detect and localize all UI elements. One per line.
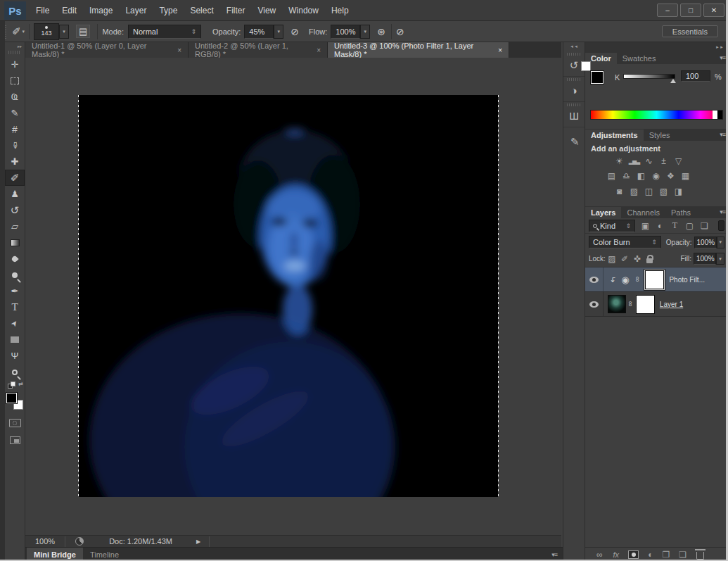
tools-grip[interactable] <box>8 51 21 54</box>
brush-panel-button[interactable]: Ш <box>563 102 585 127</box>
selective-color-icon[interactable]: ◨ <box>671 186 686 198</box>
k-slider-track[interactable] <box>623 74 675 79</box>
brush-tool[interactable]: ✐ <box>5 170 25 186</box>
menu-help[interactable]: Help <box>325 6 355 15</box>
invert-icon[interactable]: ◙ <box>612 186 627 198</box>
canvas[interactable] <box>79 95 498 497</box>
quick-selection-tool[interactable]: ✎ <box>5 105 25 121</box>
rectangular-marquee-tool[interactable] <box>5 73 25 89</box>
type-tool[interactable]: T <box>5 299 25 315</box>
tab-swatches[interactable]: Swatches <box>617 53 662 64</box>
move-tool[interactable]: ✛ <box>5 56 25 73</box>
black-white-icon[interactable]: ◧ <box>634 170 649 182</box>
layer-thumbnail[interactable] <box>608 295 626 313</box>
filter-pixel-layers-icon[interactable]: ▣ <box>638 220 653 232</box>
airbrush-toggle-icon[interactable]: ⊛ <box>377 26 385 37</box>
vibrance-icon[interactable]: ▽ <box>671 156 686 168</box>
new-adjustment-layer-icon[interactable]: ◐ <box>648 550 653 560</box>
k-slider-thumb[interactable] <box>670 79 676 83</box>
foreground-color-swatch[interactable] <box>591 71 604 84</box>
add-layer-mask-icon[interactable] <box>628 550 639 559</box>
delete-layer-icon[interactable] <box>696 552 704 560</box>
swap-colors-widget[interactable]: ⇄ <box>5 380 25 391</box>
lock-all-button[interactable] <box>644 255 656 263</box>
menu-view[interactable]: View <box>251 6 282 15</box>
layer-name[interactable]: Photo Filt... <box>669 276 705 284</box>
collapse-panels-icon[interactable]: ►► <box>715 45 724 49</box>
panel-menu-icon[interactable]: ▾≡ <box>720 131 725 138</box>
brightness-contrast-icon[interactable]: ☀ <box>612 156 627 168</box>
menu-filter[interactable]: Filter <box>220 6 252 15</box>
lock-paint-icon[interactable]: ✐ <box>618 253 631 265</box>
new-group-icon[interactable]: ❐ <box>662 550 670 560</box>
spectrum-white-swatch[interactable] <box>713 111 717 119</box>
toggle-brush-panel-icon[interactable]: ▤ <box>76 25 90 38</box>
crop-tool[interactable]: # <box>5 121 25 137</box>
current-tool-brush-icon[interactable]: ✐ <box>12 25 21 38</box>
brush-preset-picker[interactable]: 143 <box>34 23 59 40</box>
layer-mask-thumbnail[interactable] <box>636 295 655 314</box>
zoom-level[interactable]: 100% <box>35 537 55 546</box>
dodge-tool[interactable] <box>5 267 25 283</box>
blur-tool[interactable] <box>5 251 25 267</box>
color-spectrum-ramp[interactable] <box>590 110 723 120</box>
rectangle-tool[interactable] <box>5 332 25 348</box>
background-color-swatch[interactable] <box>581 61 591 71</box>
eraser-tool[interactable]: ▱ <box>5 218 25 234</box>
eyedropper-tool[interactable]: ✑ <box>5 137 25 153</box>
filter-toggle-switch[interactable] <box>718 220 724 231</box>
levels-icon[interactable]: ▂▅▃ <box>627 156 641 168</box>
layers-fill-input[interactable]: 100% <box>694 253 716 265</box>
panel-menu-icon[interactable]: ▾≡ <box>720 54 725 61</box>
menu-type[interactable]: Type <box>153 6 184 15</box>
filter-kind-select[interactable]: Kind⇕ <box>589 220 635 232</box>
filter-type-layers-icon[interactable]: T <box>668 220 682 232</box>
foreground-color-swatch[interactable] <box>6 393 17 403</box>
workspace-switcher-button[interactable]: Essentials <box>662 25 718 37</box>
spot-healing-brush-tool[interactable]: ✚ <box>5 153 25 170</box>
layer-name[interactable]: Layer 1 <box>660 301 683 308</box>
hue-saturation-icon[interactable]: ▤ <box>604 170 619 182</box>
new-layer-icon[interactable]: ❏ <box>679 550 687 560</box>
menu-window[interactable]: Window <box>282 6 325 15</box>
properties-panel-button[interactable]: ◑ <box>563 77 585 102</box>
curves-icon[interactable]: ∿ <box>641 156 656 168</box>
minimize-button[interactable]: – <box>657 4 678 17</box>
lasso-tool[interactable]: Ҩ <box>5 89 25 105</box>
menu-select[interactable]: Select <box>184 6 219 15</box>
history-brush-tool[interactable]: ↺ <box>5 202 25 218</box>
menu-image[interactable]: Image <box>83 6 119 15</box>
clone-stamp-tool[interactable]: ♟ <box>5 186 25 202</box>
mask-link-icon[interactable]: ∞ <box>627 301 635 307</box>
tab-styles[interactable]: Styles <box>644 130 676 141</box>
menu-edit[interactable]: Edit <box>56 6 83 15</box>
panel-menu-icon[interactable]: ▾≡ <box>551 551 557 558</box>
threshold-icon[interactable]: ◫ <box>641 186 656 198</box>
posterize-icon[interactable]: ▨ <box>627 186 641 198</box>
path-selection-tool[interactable]: ➤ <box>5 315 25 332</box>
collapse-tools-icon[interactable]: ▸▸ <box>5 42 25 51</box>
close-tab-icon[interactable]: × <box>177 46 181 54</box>
document-tab-2[interactable]: Untitled-2 @ 50% (Layer 1, RGB/8) * × <box>189 42 328 58</box>
color-lookup-icon[interactable]: ▦ <box>678 170 693 182</box>
k-value-input[interactable]: 100 <box>681 70 710 82</box>
brush-presets-panel-button[interactable]: ✐ <box>563 127 585 153</box>
photo-filter-icon[interactable]: ◉ <box>649 170 663 182</box>
exposure-icon[interactable]: ± <box>656 156 671 168</box>
opacity-input[interactable]: 45% <box>244 25 274 39</box>
lock-transparency-icon[interactable]: ▨ <box>606 253 618 265</box>
mask-link-icon[interactable]: ∞ <box>633 277 641 282</box>
pressure-size-toggle-icon[interactable]: ⊘ <box>396 26 404 37</box>
expand-panels-icon[interactable]: ◄◄ <box>563 42 585 51</box>
tab-adjustments[interactable]: Adjustments <box>585 130 644 141</box>
link-layers-icon[interactable]: ∞ <box>596 550 603 560</box>
document-tab-1[interactable]: Untitled-1 @ 50% (Layer 0, Layer Mask/8)… <box>25 42 189 58</box>
pressure-opacity-toggle-icon[interactable]: ⊘ <box>290 26 299 37</box>
filter-shape-layers-icon[interactable]: ▢ <box>682 220 697 232</box>
layers-opacity-caret[interactable]: ▾ <box>717 237 724 248</box>
restore-button[interactable]: □ <box>680 4 701 17</box>
tool-preset-caret-icon[interactable]: ▾ <box>23 29 25 34</box>
menu-file[interactable]: File <box>30 6 56 15</box>
quick-mask-button[interactable] <box>5 415 25 431</box>
close-button[interactable]: ✕ <box>703 4 724 17</box>
